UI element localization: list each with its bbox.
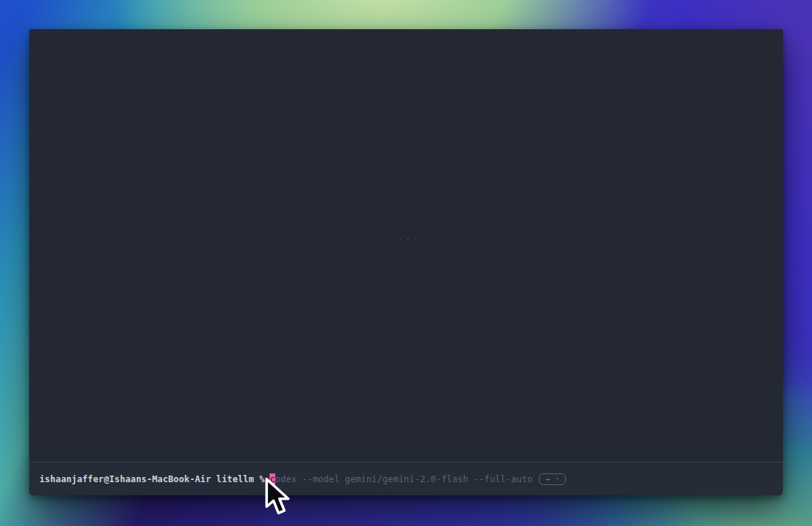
text-cursor: c bbox=[269, 473, 275, 485]
terminal-window[interactable]: ··· ishaanjaffer@Ishaans-MacBook-Air lit… bbox=[29, 29, 783, 495]
shell-prompt-text: ishaanjaffer@Ishaans-MacBook-Air litellm… bbox=[39, 474, 264, 484]
terminal-prompt-bar[interactable]: ishaanjaffer@Ishaans-MacBook-Air litellm… bbox=[29, 462, 783, 495]
terminal-scrollback: ··· bbox=[29, 29, 783, 462]
accept-suggestion-key-hint: → · bbox=[539, 473, 566, 485]
autosuggestion-text: odex --model gemini/gemini-2.0-flash --f… bbox=[275, 474, 533, 484]
loading-dots: ··· bbox=[398, 235, 421, 244]
